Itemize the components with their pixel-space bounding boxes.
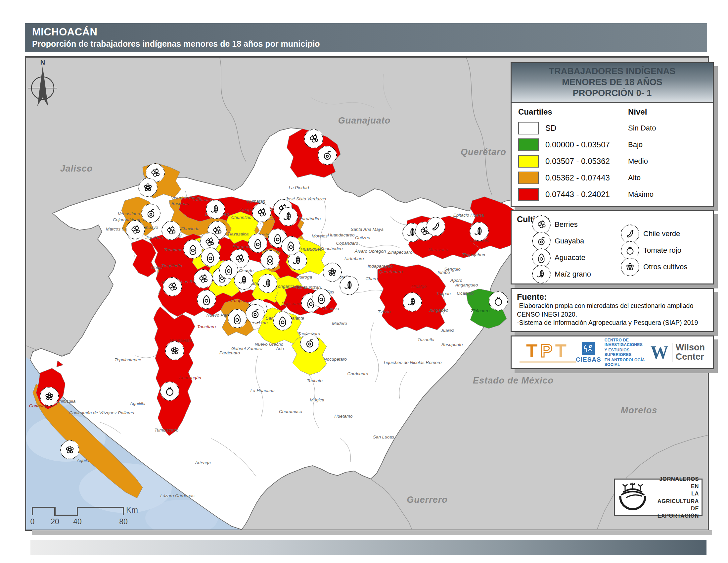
state-label: Querétaro xyxy=(461,147,506,157)
municipality-label: Irimbo xyxy=(437,270,450,275)
guayaba-icon xyxy=(246,304,265,323)
municipality-label: Tepalcatepec xyxy=(114,357,141,362)
municipality-label: Tanhuato xyxy=(193,197,211,202)
municipality-label: Ario xyxy=(276,346,284,351)
legend-title-line: TRABAJADORES INDÍGENAS xyxy=(512,66,713,77)
municipality-label: Maravatío xyxy=(428,247,448,252)
otros-icon xyxy=(60,440,79,459)
municipality-label: Morelos xyxy=(312,233,328,238)
class-color-swatch xyxy=(518,171,539,184)
berries-icon xyxy=(163,277,182,297)
state-label: Jalisco xyxy=(60,164,93,174)
fuente-box: Fuente: -Elaboración propia con microdat… xyxy=(511,288,714,332)
municipality-label: Zinapécuaro xyxy=(387,250,412,255)
cultivo-item: Aguacate xyxy=(532,248,585,267)
legend-class-row: 0.03507 - 0.05362Medio xyxy=(518,153,706,169)
class-level: Máximo xyxy=(628,190,706,199)
state-label: Guerrero xyxy=(407,495,448,505)
tomate-icon xyxy=(160,382,179,401)
municipality-label: Tuzantla xyxy=(418,337,434,342)
scale-tick-label: 80 xyxy=(119,517,128,526)
municipality-label: Apatzingán xyxy=(179,375,201,380)
municipality-label: La Huacana xyxy=(250,388,275,393)
berries-icon xyxy=(161,221,181,240)
maiz-icon xyxy=(532,265,551,284)
class-level: Bajo xyxy=(628,140,706,149)
municipality-label: Zitácuaro xyxy=(471,308,489,313)
jornaleros-bowl-icon xyxy=(617,482,648,513)
municipality-label: Churintzio xyxy=(231,215,251,220)
aguacate-icon xyxy=(273,311,292,331)
map-drop-shadow xyxy=(32,530,712,535)
state-label: Guanajuato xyxy=(338,116,391,126)
cultivo-label: Aguacate xyxy=(555,253,585,262)
level-header: Nivel xyxy=(628,107,706,117)
municipality-label: Cotija xyxy=(151,265,163,270)
class-range: 0.00000 - 0.03507 xyxy=(545,140,628,149)
class-level: Sin Dato xyxy=(628,124,706,132)
tpt-caption-bar xyxy=(520,361,576,363)
municipality-label: Tumbiscatío xyxy=(155,428,179,433)
municipality-label: Aguililla xyxy=(130,401,146,406)
scale-tick-label: 20 xyxy=(51,517,59,526)
municipality-label: Charo xyxy=(366,276,378,281)
municipality-label: Madero xyxy=(332,321,347,326)
otros-icon xyxy=(621,258,639,276)
municipality-label: Lázaro Cárdenas xyxy=(160,493,195,498)
scale-tick-label: 40 xyxy=(73,517,82,526)
aguacate-icon xyxy=(228,309,247,328)
maiz-icon xyxy=(279,207,298,226)
municipality-label: San Lucas xyxy=(373,435,394,440)
municipality-label: Chinicuila xyxy=(56,399,76,404)
cultivo-item: Chile verde xyxy=(621,224,680,243)
cultivo-label: Berries xyxy=(555,220,578,229)
municipality-label: Angangueo xyxy=(455,283,478,288)
municipality-label: Erongarícuaro xyxy=(273,284,302,289)
cultivo-item: Guayaba xyxy=(532,232,584,250)
legend-class-row: 0.07443 - 0.24021Máximo xyxy=(518,186,706,203)
ciesas-logo: CIESAS CENTRO DE INVESTIGACIONES Y ESTUD… xyxy=(576,338,651,367)
municipality-label: Tingüindín xyxy=(161,263,182,268)
tomate-icon xyxy=(621,241,639,259)
maiz-icon xyxy=(258,274,277,293)
class-range: 0.05362 - 0.07443 xyxy=(545,173,628,182)
fuente-header: Fuente: xyxy=(517,292,707,302)
cultivo-label: Otros cultivos xyxy=(643,262,687,271)
aguacate-icon xyxy=(312,289,331,308)
municipality-label: Aquila xyxy=(77,458,89,463)
tomate-icon xyxy=(489,292,508,311)
aguacate-icon xyxy=(197,290,216,309)
fuente-line: -Sistema de Información Agropecuaria y P… xyxy=(517,319,707,327)
cultivo-item: Maíz grano xyxy=(532,265,591,284)
quartiles-header: Cuartiles xyxy=(518,107,628,117)
municipality-label: Tlazazalca xyxy=(227,231,249,236)
municipality-label: Coalcomán de Vázquez Pallares xyxy=(69,410,134,415)
municipality-label: Múgica xyxy=(310,398,324,402)
legend-panel: TRABAJADORES INDÍGENAS MENORES DE 18 AÑO… xyxy=(511,62,714,373)
maiz-icon xyxy=(206,200,225,219)
otros-icon xyxy=(323,262,342,282)
municipality-label: Tarímbaro xyxy=(343,256,364,261)
page-title: MICHOACÁN xyxy=(32,26,707,38)
municipality-label: Turicato xyxy=(307,378,323,383)
municipality-label: Hidalgo xyxy=(411,284,427,289)
fuente-line: -Elaboración propia con microdatos del c… xyxy=(517,302,707,310)
class-level: Alto xyxy=(628,173,706,182)
legend-rows: SDSin Dato0.00000 - 0.03507Bajo0.03507 -… xyxy=(518,120,706,203)
class-color-swatch xyxy=(518,155,539,167)
municipality-label: Parácuaro xyxy=(219,351,240,355)
fuente-line: CENSO INEGI 2020. xyxy=(517,310,707,319)
partners-logos-box: TPT CIESAS CENTRO DE INVESTIGACIONES xyxy=(511,336,714,369)
jornaleros-logo-box: JORNALEROS EN LA AGRICULTURA DE EXPORTAC… xyxy=(614,479,703,516)
otros-icon xyxy=(165,341,184,360)
municipality-label: José Sixto Verduzco xyxy=(286,196,326,201)
municipality-label: Pátzcuaro xyxy=(282,301,302,306)
class-level: Medio xyxy=(628,157,706,165)
municipality-label: Chavinda xyxy=(180,226,199,231)
municipality-label: Jungapeo xyxy=(429,308,448,313)
legend-class-row: 0.05362 - 0.07443Alto xyxy=(518,169,706,186)
municipality-label: La Piedad xyxy=(289,185,309,190)
municipality-label: Indaparapeo xyxy=(368,263,393,268)
north-arrow-icon xyxy=(28,66,57,106)
municipality-label: Arteaga xyxy=(195,460,210,465)
